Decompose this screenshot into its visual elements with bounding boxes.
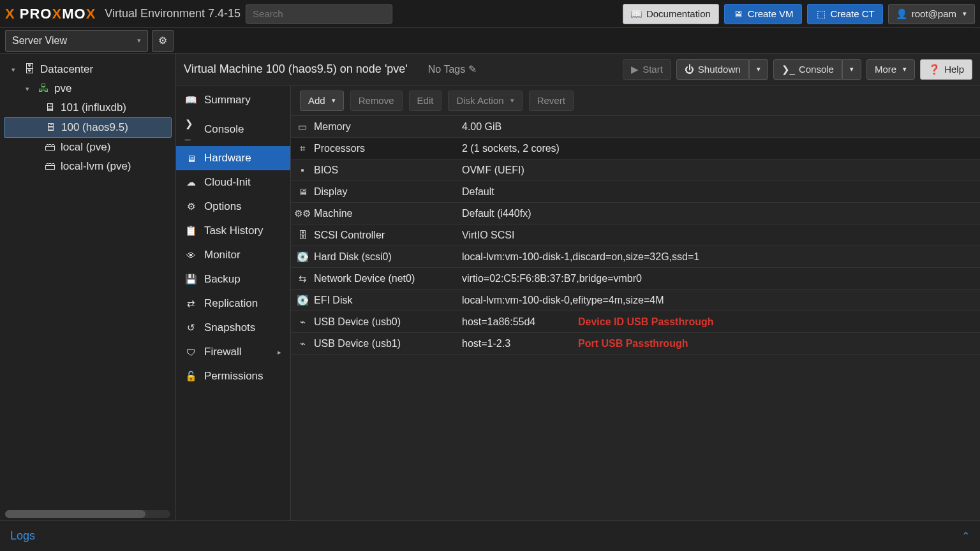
console-label: Console xyxy=(799,64,834,75)
hardware-row[interactable]: 💽Hard Disk (scsi0)local-lvm:vm-100-disk-… xyxy=(291,246,980,268)
gear-icon: ⚙ xyxy=(158,34,167,47)
documentation-button[interactable]: 📖 Documentation xyxy=(623,4,719,24)
hardware-row[interactable]: 🗄SCSI ControllerVirtIO SCSI xyxy=(291,224,980,246)
hardware-row[interactable]: ▪BIOSOVMF (UEFI) xyxy=(291,159,980,181)
hardware-toolbar: Add ▾ Remove Edit Disk Action ▾ Revert xyxy=(291,85,980,116)
chevron-down-icon: ▾ xyxy=(903,65,907,73)
hw-key: USB Device (usb0) xyxy=(314,316,462,328)
submenu-item-hardware[interactable]: 🖥Hardware xyxy=(176,146,290,170)
remove-button[interactable]: Remove xyxy=(350,91,403,111)
hw-key: USB Device (usb1) xyxy=(314,338,462,349)
help-button[interactable]: ❓ Help xyxy=(920,59,972,80)
hw-value: Default (i440fx) xyxy=(462,208,980,219)
hardware-row[interactable]: 🖥DisplayDefault xyxy=(291,181,980,203)
tree-label: Datacenter xyxy=(40,63,93,76)
submenu-item-monitor[interactable]: 👁Monitor xyxy=(176,243,290,267)
hardware-row[interactable]: ⇆Network Device (net0)virtio=02:C5:F6:8B… xyxy=(291,268,980,290)
logs-label: Logs xyxy=(10,529,35,543)
tree-datacenter[interactable]: ▾ 🗄 Datacenter xyxy=(0,60,175,79)
shutdown-dropdown[interactable]: ▾ xyxy=(749,59,768,80)
play-icon: ▶ xyxy=(631,64,639,75)
cpu-icon: ⌗ xyxy=(291,143,314,154)
user-label: root@pam xyxy=(912,8,956,19)
submenu-label: Snapshots xyxy=(204,321,255,334)
hardware-row[interactable]: ⌗Processors2 (1 sockets, 2 cores) xyxy=(291,138,980,159)
tree-hscrollbar[interactable] xyxy=(5,510,170,518)
submenu-item-summary[interactable]: 📖Summary xyxy=(176,88,290,112)
chip-icon: ▪ xyxy=(291,165,314,175)
chevron-right-icon: ▸ xyxy=(278,348,281,356)
submenu-label: Backup xyxy=(204,273,241,286)
start-button[interactable]: ▶ Start xyxy=(623,59,671,80)
tree-label: pve xyxy=(54,82,71,95)
hw-value: Default xyxy=(462,186,980,198)
hardware-row[interactable]: ⚙⚙MachineDefault (i440fx) xyxy=(291,203,980,224)
tree-storage-local-lvm[interactable]: 🗃 local-lvm (pve) xyxy=(0,157,175,176)
submenu-label: Permissions xyxy=(204,370,264,383)
submenu-item-firewall[interactable]: 🛡Firewall▸ xyxy=(176,340,290,364)
tree-label: 100 (haos9.5) xyxy=(61,121,128,134)
hardware-row[interactable]: 💽EFI Disklocal-lvm:vm-100-disk-0,efitype… xyxy=(291,290,980,311)
submenu-item-replication[interactable]: ⇄Replication xyxy=(176,291,290,316)
user-menu[interactable]: 👤 root@pam ▾ xyxy=(888,4,975,24)
tree-node-pve[interactable]: ▾ 🖧 pve xyxy=(0,79,175,98)
hardware-list: ▭Memory4.00 GiB⌗Processors2 (1 sockets, … xyxy=(291,116,980,520)
net-icon: ⇆ xyxy=(291,273,314,284)
storage-icon: 🗃 xyxy=(45,141,56,154)
chevron-down-icon: ▾ xyxy=(757,65,761,73)
logs-footer[interactable]: Logs ⌃ xyxy=(0,520,980,551)
submenu-item-options[interactable]: ⚙Options xyxy=(176,195,290,219)
server-icon: 🗄 xyxy=(24,63,35,76)
hardware-row[interactable]: ⌁USB Device (usb1)host=1-2.3Port USB Pas… xyxy=(291,333,980,355)
add-button[interactable]: Add ▾ xyxy=(300,91,344,111)
hw-value: OVMF (UEFI) xyxy=(462,165,980,176)
submenu-item-permissions[interactable]: 🔓Permissions xyxy=(176,364,290,388)
content-body: 📖Summary❯_Console🖥Hardware☁Cloud-Init⚙Op… xyxy=(176,85,980,520)
hardware-row[interactable]: ▭Memory4.00 GiB xyxy=(291,116,980,138)
expand-icon: ▾ xyxy=(26,85,33,93)
disk-action-button[interactable]: Disk Action ▾ xyxy=(448,91,522,111)
submenu-label: Monitor xyxy=(204,249,241,261)
expand-up-icon[interactable]: ⌃ xyxy=(961,530,970,542)
console-dropdown[interactable]: ▾ xyxy=(842,59,861,80)
hw-value: 4.00 GiB xyxy=(462,121,980,133)
usb-icon: ⌁ xyxy=(291,338,314,349)
unlock-icon: 🔓 xyxy=(185,371,197,382)
tree-vm-101[interactable]: 🖥 101 (influxdb) xyxy=(0,98,175,117)
submenu-item-task-history[interactable]: 📋Task History xyxy=(176,219,290,243)
view-selector[interactable]: Server View ▾ xyxy=(5,30,148,52)
main: ▾ 🗄 Datacenter ▾ 🖧 pve 🖥 101 (influxdb) … xyxy=(0,54,980,520)
tags-area[interactable]: No Tags ✎ xyxy=(428,63,477,75)
chevron-down-icon: ▾ xyxy=(137,36,141,45)
tree-label: local-lvm (pve) xyxy=(61,160,131,173)
submenu-item-cloud-init[interactable]: ☁Cloud-Init xyxy=(176,170,290,195)
page-title: Virtual Machine 100 (haos9.5) on node 'p… xyxy=(184,62,408,76)
console-button[interactable]: ❯_ Console xyxy=(773,59,842,80)
hw-key: EFI Disk xyxy=(314,295,462,306)
list-icon: 📋 xyxy=(185,225,197,237)
edit-button[interactable]: Edit xyxy=(409,91,442,111)
view-selector-label: Server View xyxy=(12,35,67,47)
add-label: Add xyxy=(308,95,325,106)
create-vm-button[interactable]: 🖥 Create VM xyxy=(724,4,802,24)
search-input[interactable] xyxy=(246,4,392,24)
shutdown-label: Shutdown xyxy=(698,64,741,75)
create-ct-button[interactable]: ⬚ Create CT xyxy=(807,4,883,24)
tree-vm-100[interactable]: 🖥 100 (haos9.5) xyxy=(4,117,172,138)
settings-button[interactable]: ⚙ xyxy=(152,30,174,52)
submenu-item-backup[interactable]: 💾Backup xyxy=(176,267,290,291)
vm-icon: 🖥 xyxy=(45,101,56,114)
hw-value: host=1-2.3 xyxy=(462,338,578,349)
tree-storage-local[interactable]: 🗃 local (pve) xyxy=(0,138,175,157)
hardware-row[interactable]: ⌁USB Device (usb0)host=1a86:55d4Device I… xyxy=(291,311,980,333)
shutdown-button[interactable]: ⏻ Shutdown xyxy=(676,59,749,80)
more-button[interactable]: More ▾ xyxy=(866,59,915,80)
breadcrumb-bar: Virtual Machine 100 (haos9.5) on node 'p… xyxy=(176,54,980,85)
submenu-item-console[interactable]: ❯_Console xyxy=(176,112,290,146)
revert-button[interactable]: Revert xyxy=(529,91,574,111)
product-version: Virtual Environment 7.4-15 xyxy=(105,7,241,20)
top-bar: X PROXMOX Virtual Environment 7.4-15 📖 D… xyxy=(0,0,980,28)
chevron-down-icon: ▾ xyxy=(850,65,854,73)
terminal-icon: ❯_ xyxy=(185,118,197,140)
submenu-item-snapshots[interactable]: ↺Snapshots xyxy=(176,316,290,340)
